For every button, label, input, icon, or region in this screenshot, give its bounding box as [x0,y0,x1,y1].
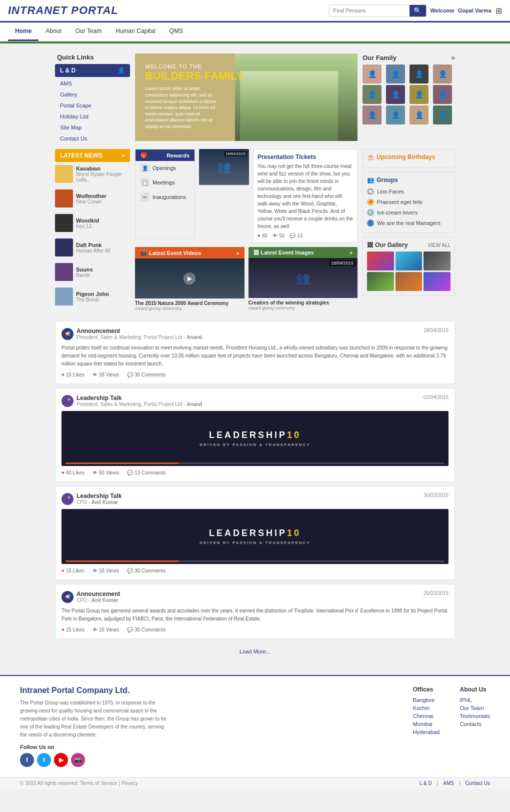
news-name: Wolfmother [76,193,106,199]
sidebar-ams[interactable]: AMS [55,78,130,89]
instagram-icon[interactable]: 📷 [71,753,85,767]
news-item-daftpunk[interactable]: Daft Punk Human After All [55,236,130,260]
post-header-3: 🎤 Leadership Talk CFO - Anil Kumar 30/03… [62,492,448,505]
likes-count: 40 [262,233,268,238]
load-more[interactable]: Load More... [55,643,455,660]
footer-kochin[interactable]: Kochin [413,705,440,711]
footer-copyright: © 2015 All rights reserved. Terms of Ser… [20,780,138,786]
logout-icon[interactable]: ⊞ [496,6,502,16]
rewards-inaugurations[interactable]: ✂ Inaugurations [136,190,194,204]
photo-date: 18/04/2015 [224,151,247,156]
event-videos-title: Latest Event Videos [149,250,201,256]
news-item-suuns[interactable]: Suuns Bambi [55,260,130,284]
rewards-openings[interactable]: 👤 Openings [136,161,194,176]
group-lion-faces-label: Lion Faces [377,188,404,194]
footer-ams-link[interactable]: AMS [443,780,454,786]
footer-our-team[interactable]: Our Team [460,705,490,711]
group-managers[interactable]: 👤 We are the real Managers [367,218,450,228]
facebook-icon[interactable]: f [20,753,34,767]
footer-hyderabad[interactable]: Hyderabad [413,729,440,735]
post-type-3: 🎤 Leadership Talk CFO - Anil Kumar [62,492,122,505]
news-item-wolfmother[interactable]: Wolfmother New Crown [55,186,130,211]
rewards-meetings[interactable]: 📋 Meetings [136,176,194,190]
rewards-title: Rewards [166,152,190,158]
footer-contacts[interactable]: Contacts [460,721,490,727]
footer-company-name: Intranet Portal Company Ltd. [20,686,170,695]
event-image-thumb[interactable]: 18/04/2015 👥 [248,258,358,298]
nav-about[interactable]: About [38,22,68,41]
post-title-3: Leadership Talk [76,492,122,500]
load-more-btn[interactable]: Load More... [240,648,270,654]
gallery-thumb-2[interactable] [396,252,422,270]
youtube-icon[interactable]: ▶ [54,753,68,767]
footer-testimonials[interactable]: Testimonials [460,713,490,719]
gallery-thumb-1[interactable] [367,252,394,270]
twitter-icon[interactable]: t [37,753,51,767]
news-thumb-woodkid [55,214,73,232]
news-sub: New Crown [76,199,106,204]
post-title-2: Leadership Talk [76,394,202,402]
footer-iphl[interactable]: IPHL [460,697,490,703]
footer-mumbai[interactable]: Mumbai [413,721,440,727]
eye-icon-1: 👁 [92,372,98,378]
play-button[interactable]: ▶ [184,272,196,284]
rewards-openings-label: Openings [152,165,176,171]
search-bar[interactable]: 🔍 [329,4,426,17]
search-button[interactable]: 🔍 [410,5,426,16]
event-videos-more[interactable]: » [236,250,239,256]
sidebar-gallery[interactable]: Gallery [55,89,130,100]
gallery-thumb-4[interactable] [367,272,394,291]
event-video-thumb[interactable]: ▶ [135,258,244,298]
footer-contact-link[interactable]: Contact Us [466,780,490,786]
group-icecream[interactable]: 🍦 Ice-cream lovers [367,208,450,218]
banner-image [235,54,358,141]
group-lion-faces[interactable]: 💬 Lion Faces [367,186,450,197]
our-family: Our Family » 👤 👤 👤 👤 👤 👤 👤 👤 👤 👤 👤 👤 [362,54,455,144]
footer-about: About Us IPHL Our Team Testimonials Cont… [460,686,490,767]
gallery-thumb-3[interactable] [424,252,450,270]
sidebar-holiday-list[interactable]: Holiday List [55,111,130,122]
news-info-suuns: Suuns Bambi [76,266,93,278]
news-item-pigeon[interactable]: Pigeon John The Bomb [55,284,130,309]
news-thumb-suuns [55,263,73,281]
birthday-icon: 🎂 [367,154,374,160]
nav-qms[interactable]: QMS [162,22,190,41]
sidebar-portal-scape[interactable]: Portal Scape [55,100,130,111]
heart-icon: ♥ [258,233,260,238]
post-views-2: 👁 50 Views [92,470,119,476]
news-title: LATEST NEWS [60,152,102,159]
our-family-more[interactable]: » [451,54,455,62]
footer-chennai[interactable]: Chennai [413,713,440,719]
search-input[interactable] [330,6,410,16]
post-type-2: 🎤 Leadership Talk President, Sales & Mar… [62,394,202,407]
heart-icon-3: ♥ [62,568,64,574]
post-video-2[interactable]: LEADERSHIP10 DRIVEN BY PASSION & TRANSPA… [62,411,448,466]
announcement-icon-1: 📢 [62,328,74,340]
event-video-subcaption: Award giving ceremony [135,306,244,311]
nav-human-capital[interactable]: Human Capital [108,22,162,41]
gallery-thumb-5[interactable] [396,272,422,291]
footer-ld-link[interactable]: L & D [420,780,432,786]
nav-our-team[interactable]: Our Team [68,22,108,41]
sidebar-contact-us[interactable]: Contact Us [55,133,130,144]
news-thumb-kasabian [55,165,73,183]
feed-post-2: 🎤 Leadership Talk President, Sales & Mar… [55,388,455,482]
event-images-more[interactable]: » [350,250,352,256]
nav-home[interactable]: Home [8,22,38,41]
news-item-kasabian[interactable]: Kasabian Worst Ryxter Pauper Lulla... [55,162,130,186]
sidebar-site-map[interactable]: Site Map [55,122,130,133]
post-likes-2: ♥ 40 Likes [62,470,84,476]
footer-banglore[interactable]: Banglore [413,697,440,703]
latest-news: LATEST NEWS » Kasabian Worst Ryxter Paup… [55,149,130,316]
news-item-woodkid[interactable]: Woodkid Iron 13 [55,211,130,236]
gallery-view-all[interactable]: VIEW ALL [428,242,450,248]
sidebar-ld-item[interactable]: L & D 👤 [55,64,130,77]
post-views-4: 👁 16 Views [92,627,119,632]
gallery-thumb-6[interactable] [424,272,450,291]
post-type-info-2: Leadership Talk President, Sales & Marke… [76,394,202,407]
nav-links: Home About Our Team Human Capital QMS [8,22,190,41]
group-praesent[interactable]: 📌 Praesent eget felis [367,197,450,208]
post-video-3[interactable]: LEADERSHIP10 DRIVEN BY PASSION & TRANSPA… [62,509,448,564]
family-avatar: 👤 [410,106,428,124]
group-ice-icon: 🍦 [367,209,374,216]
